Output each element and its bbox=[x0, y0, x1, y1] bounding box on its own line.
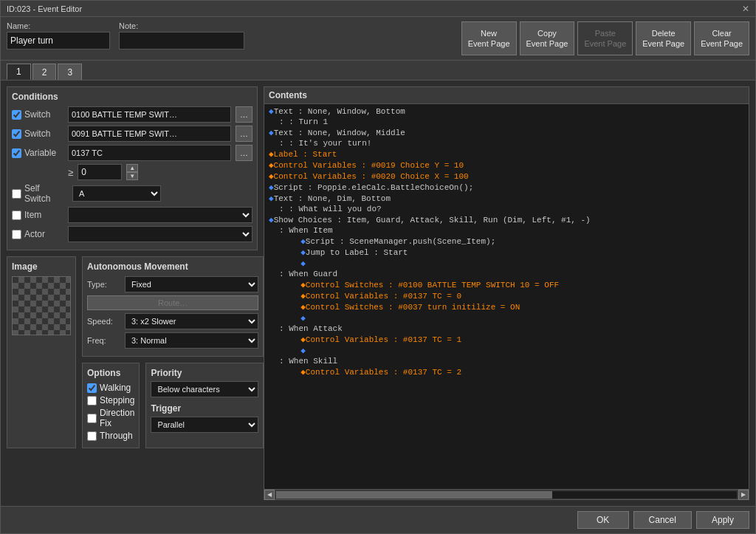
hscroll-right-arrow[interactable]: ▶ bbox=[738, 490, 749, 500]
direction-fix-checkbox[interactable] bbox=[87, 414, 97, 423]
stepping-checkbox[interactable] bbox=[87, 396, 97, 405]
content-line-6[interactable]: ◆Control Variables : #0020 Choice X = 10… bbox=[264, 171, 749, 182]
tab-3[interactable]: 3 bbox=[58, 64, 82, 80]
variable-text: Variable bbox=[24, 148, 56, 158]
content-line-15[interactable]: : When Guard bbox=[264, 269, 749, 279]
ge-symbol: ≥ bbox=[68, 167, 73, 178]
content-line-19[interactable]: ◆ bbox=[264, 312, 749, 324]
contents-title: Contents bbox=[264, 87, 749, 104]
trigger-select[interactable]: Action Button Player Touch Event Touch A… bbox=[151, 417, 258, 433]
freq-select[interactable]: 1: Lowest 2: Lower 3: Normal 4: Higher bbox=[125, 332, 258, 349]
type-select[interactable]: Fixed Random Approach Custom bbox=[125, 276, 258, 292]
content-line-7[interactable]: ◆Script : Poppie.eleCalc.BattleChoiceOn(… bbox=[264, 182, 749, 193]
actor-text: Actor bbox=[24, 229, 45, 239]
apply-button[interactable]: Apply bbox=[696, 511, 749, 529]
ok-button[interactable]: OK bbox=[577, 511, 629, 529]
switch2-checkbox[interactable] bbox=[12, 129, 21, 139]
content-line-11[interactable]: : When Item bbox=[264, 225, 749, 236]
speed-row: Speed: 1: x8 Slower 2: x4 Slower 3: x2 S… bbox=[87, 313, 258, 329]
contents-scroll[interactable]: ◆Text : None, Window, Bottom : : Turn 1 … bbox=[264, 104, 749, 489]
direction-fix-row: Direction Fix bbox=[87, 408, 134, 428]
content-line-4[interactable]: ◆Label : Start bbox=[264, 148, 749, 160]
content-line-17[interactable]: ◆Control Variables : #0137 TC = 0 bbox=[264, 290, 749, 301]
paste-event-page-button[interactable]: PasteEvent Page bbox=[577, 21, 633, 55]
switch2-input[interactable] bbox=[68, 126, 231, 142]
speed-select[interactable]: 1: x8 Slower 2: x4 Slower 3: x2 Slower 4… bbox=[125, 313, 258, 329]
name-input[interactable] bbox=[7, 32, 110, 49]
main-content: Conditions Switch … Switch bbox=[1, 81, 755, 506]
variable-input[interactable] bbox=[68, 145, 231, 161]
ge-input[interactable] bbox=[78, 164, 122, 180]
new-event-page-button[interactable]: NewEvent Page bbox=[461, 21, 517, 55]
ge-spinner-down[interactable]: ▼ bbox=[126, 172, 138, 180]
image-preview[interactable] bbox=[12, 276, 71, 335]
left-panel: Conditions Switch … Switch bbox=[7, 86, 258, 500]
type-label: Type: bbox=[87, 280, 120, 289]
content-line-23[interactable]: : When Skill bbox=[264, 356, 749, 366]
content-line-12[interactable]: ◆Script : SceneManager.push(Scene_Item); bbox=[264, 236, 749, 247]
content-line-18[interactable]: ◆Control Switches : #0037 turn initilize… bbox=[264, 301, 749, 312]
item-checkbox[interactable] bbox=[12, 210, 21, 220]
content-line-10[interactable]: ◆Show Choices : Item, Guard, Attack, Ski… bbox=[264, 214, 749, 225]
clear-event-page-button[interactable]: ClearEvent Page bbox=[694, 21, 749, 55]
self-switch-checkbox[interactable] bbox=[12, 189, 21, 199]
options-section: Options Walking Stepping D bbox=[82, 363, 140, 448]
actor-label: Actor bbox=[12, 229, 63, 239]
content-line-21[interactable]: ◆Control Variables : #0137 TC = 1 bbox=[264, 334, 749, 345]
copy-event-page-button[interactable]: CopyEvent Page bbox=[520, 21, 575, 55]
tabs-row: 1 2 3 bbox=[1, 61, 755, 81]
conditions-section: Conditions Switch … Switch bbox=[7, 86, 258, 250]
image-title: Image bbox=[12, 261, 71, 272]
content-line-2[interactable]: ◆Text : None, Window, Middle bbox=[264, 127, 749, 138]
ge-spinner-up[interactable]: ▲ bbox=[126, 164, 138, 172]
tab-2[interactable]: 2 bbox=[32, 64, 57, 80]
switch1-checkbox[interactable] bbox=[12, 110, 21, 120]
content-line-14[interactable]: ◆ bbox=[264, 258, 749, 269]
content-line-1[interactable]: : : Turn 1 bbox=[264, 117, 749, 127]
name-note-section: Name: Note: bbox=[7, 21, 456, 49]
variable-checkbox[interactable] bbox=[12, 148, 21, 158]
walking-row: Walking bbox=[87, 383, 134, 393]
walking-checkbox[interactable] bbox=[87, 383, 97, 393]
switch2-dots-button[interactable]: … bbox=[236, 126, 252, 142]
options-title: Options bbox=[87, 368, 134, 378]
trigger-title: Trigger bbox=[151, 403, 258, 414]
actor-checkbox[interactable] bbox=[12, 230, 21, 239]
note-label: Note: bbox=[119, 21, 244, 30]
content-line-3[interactable]: : : It's your turn! bbox=[264, 138, 749, 148]
variable-dots-button[interactable]: … bbox=[236, 145, 252, 161]
window-title: ID:023 - Event Editor bbox=[7, 4, 82, 13]
through-checkbox[interactable] bbox=[87, 431, 97, 441]
content-line-8[interactable]: ◆Text : None, Dim, Bottom bbox=[264, 193, 749, 204]
condition-actor-row: Actor bbox=[12, 226, 252, 242]
actor-select[interactable] bbox=[68, 226, 252, 242]
priority-select[interactable]: Below characters Same as characters Abov… bbox=[151, 381, 258, 397]
route-button[interactable]: Route… bbox=[87, 295, 258, 310]
switch1-dots-button[interactable]: … bbox=[236, 106, 252, 123]
hscroll-left-arrow[interactable]: ◀ bbox=[264, 490, 275, 500]
delete-event-page-button[interactable]: DeleteEvent Page bbox=[636, 21, 691, 55]
content-line-13[interactable]: ◆Jump to Label : Start bbox=[264, 247, 749, 258]
content-line-22[interactable]: ◆ bbox=[264, 345, 749, 356]
switch1-input[interactable] bbox=[68, 106, 231, 123]
content-line-0[interactable]: ◆Text : None, Window, Bottom bbox=[264, 106, 749, 117]
switch2-text: Switch bbox=[24, 129, 50, 139]
tab-1[interactable]: 1 bbox=[7, 64, 31, 80]
content-line-20[interactable]: : When Attack bbox=[264, 324, 749, 334]
switch2-label: Switch bbox=[12, 129, 63, 139]
self-switch-select[interactable]: A B C D bbox=[72, 185, 161, 202]
content-line-5[interactable]: ◆Control Variables : #0019 Choice Y = 10 bbox=[264, 160, 749, 171]
close-button[interactable]: ✕ bbox=[742, 4, 749, 14]
content-line-24[interactable]: ◆Control Variables : #0137 TC = 2 bbox=[264, 366, 749, 377]
cancel-button[interactable]: Cancel bbox=[633, 511, 692, 529]
item-select[interactable] bbox=[68, 207, 252, 223]
contents-box: Contents ◆Text : None, Window, Bottom : … bbox=[264, 86, 749, 500]
content-line-16[interactable]: ◆Control Switches : #0100 BATTLE TEMP SW… bbox=[264, 279, 749, 290]
note-input[interactable] bbox=[119, 32, 244, 49]
item-label: Item bbox=[12, 210, 63, 220]
condition-self-switch-row: Self Switch A B C D bbox=[12, 183, 252, 204]
condition-variable-row: Variable … bbox=[12, 145, 252, 161]
options-priority-row: Options Walking Stepping D bbox=[82, 363, 264, 448]
content-line-9[interactable]: : : What will you do? bbox=[264, 204, 749, 214]
toolbar-buttons: NewEvent Page CopyEvent Page PasteEvent … bbox=[461, 21, 749, 55]
